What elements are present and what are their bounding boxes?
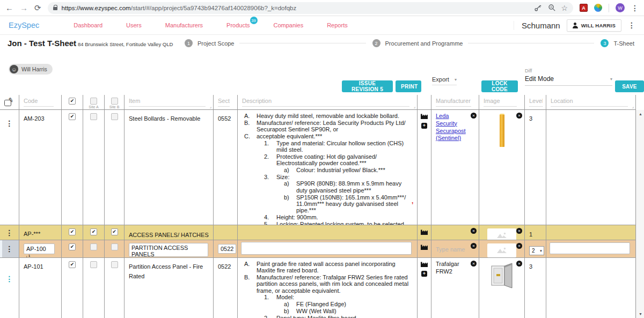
browser-menu-icon[interactable]: ⋮ bbox=[631, 4, 639, 12]
manufacturer-icon[interactable] bbox=[421, 113, 428, 119]
checkbox[interactable]: ✔ bbox=[69, 243, 76, 250]
issue-revision-button[interactable]: ISSUE REVISION 5 bbox=[342, 80, 393, 92]
brand-logo[interactable]: EzySpec bbox=[9, 21, 39, 29]
remove-icon[interactable]: ✕ bbox=[516, 228, 522, 234]
address-bar[interactable]: https://www.ezyspec.com/start/#/app/proj… bbox=[48, 2, 573, 14]
table-header-row: ✎ Code ✔ Site A Site B Item⌟ Section Des… bbox=[0, 95, 636, 110]
select-all-checkbox[interactable]: ✔ bbox=[69, 98, 76, 105]
scroll-down-icon[interactable]: ▼ bbox=[636, 312, 644, 316]
edit-columns-icon[interactable]: ✎ bbox=[4, 98, 13, 106]
header-section: Section bbox=[214, 95, 238, 110]
row-section: 0552 bbox=[218, 115, 231, 122]
row-item: ACCESS PANELS/ HATCHES bbox=[129, 232, 209, 238]
header-site-a: Site A bbox=[83, 95, 105, 110]
checkbox[interactable]: ✔ bbox=[90, 228, 97, 235]
checkbox[interactable] bbox=[111, 243, 118, 250]
url-text[interactable]: https://www.ezyspec.com/start/#/app/proj… bbox=[62, 5, 529, 11]
nav-item-manufacturers[interactable]: Manufacturers bbox=[153, 19, 215, 32]
checkbox[interactable] bbox=[90, 113, 97, 120]
row-menu-icon[interactable]: ⋮ bbox=[6, 120, 13, 127]
nav-item-dashboard[interactable]: Dashboard bbox=[62, 19, 114, 32]
product-image bbox=[500, 114, 504, 147]
save-button[interactable]: SAVE bbox=[615, 80, 644, 92]
row-level: 3 bbox=[529, 263, 532, 270]
description-input[interactable] bbox=[241, 242, 412, 255]
site-b-checkbox[interactable] bbox=[111, 98, 118, 105]
table-body: ⋮AM-203✔Steel Bollards - Removable0552A.… bbox=[0, 110, 636, 318]
checkbox[interactable]: ✔ bbox=[111, 228, 118, 235]
table-row: ⋮AP-***✔✔✔ACCESS PANELS/ HATCHES✕✕1 bbox=[0, 225, 636, 240]
checkbox[interactable] bbox=[90, 243, 97, 250]
bookmark-star-icon[interactable]: ☆ bbox=[561, 4, 568, 12]
checkbox[interactable] bbox=[111, 113, 118, 120]
nav-item-reports[interactable]: Reports bbox=[315, 19, 360, 32]
zoom-out-icon[interactable] bbox=[547, 3, 557, 13]
user-menu-button[interactable]: WILL HARRIS bbox=[567, 19, 621, 32]
header-select-all: ✔ bbox=[62, 95, 83, 110]
drive-extension-icon[interactable] bbox=[594, 4, 602, 12]
step-circle-2[interactable]: 2 bbox=[372, 39, 380, 47]
item-input[interactable] bbox=[129, 243, 208, 257]
manufacturer-icon[interactable] bbox=[421, 261, 428, 267]
section-input[interactable] bbox=[218, 244, 236, 254]
project-address: 84 Brunswick Street, Fortitude Valley QL… bbox=[78, 41, 173, 47]
row-level: 3 bbox=[529, 115, 532, 122]
location-input[interactable] bbox=[550, 242, 630, 254]
row-menu-icon[interactable]: ⋮ bbox=[6, 245, 13, 253]
manufacturer-input[interactable]: Type name bbox=[436, 243, 470, 253]
add-icon[interactable]: + bbox=[421, 271, 427, 277]
resize-handle-icon[interactable]: ⌟ bbox=[632, 105, 634, 109]
site-a-checkbox[interactable] bbox=[90, 98, 97, 105]
remove-icon[interactable]: ✕ bbox=[471, 228, 477, 234]
row-code: AM-203 bbox=[24, 115, 45, 122]
lock-code-button[interactable]: LOCK CODE bbox=[481, 80, 518, 92]
remove-icon[interactable]: ✕ bbox=[516, 243, 522, 249]
remove-icon[interactable]: ✕ bbox=[471, 243, 477, 249]
nav-item-companies[interactable]: Companies bbox=[262, 19, 316, 32]
vertical-scrollbar[interactable]: ▲ ▼ bbox=[636, 110, 644, 318]
code-input[interactable] bbox=[24, 243, 55, 254]
manufacturer-icon[interactable] bbox=[421, 244, 428, 250]
remove-icon[interactable]: ✕ bbox=[471, 113, 477, 119]
resize-handle-icon[interactable]: ⌟ bbox=[210, 105, 211, 109]
checkbox[interactable]: ✔ bbox=[69, 113, 76, 120]
level-select[interactable]: 2▼ bbox=[529, 246, 544, 255]
step-circle-1[interactable]: 1 bbox=[185, 39, 193, 47]
scroll-up-icon[interactable]: ▲ bbox=[636, 112, 644, 116]
browser-profile-avatar[interactable]: W bbox=[616, 3, 625, 12]
sort-icon[interactable]: ↓19 bbox=[25, 254, 30, 258]
nav-item-users[interactable]: Users bbox=[114, 19, 153, 32]
products-badge: 39 bbox=[250, 17, 258, 24]
table-row: ⋮AM-203✔Steel Bollards - Removable0552A.… bbox=[0, 110, 636, 225]
step-circle-3[interactable]: 3 bbox=[601, 39, 609, 47]
password-key-icon[interactable] bbox=[533, 3, 543, 13]
edit-mode-dropdown[interactable]: Edit Mode▾ bbox=[525, 75, 612, 86]
row-code: AP-*** bbox=[24, 231, 40, 237]
row-menu-icon[interactable]: ⋮ bbox=[6, 229, 13, 236]
manufacturer-link[interactable]: Leda Security Securapost (Sentinel) bbox=[436, 113, 469, 142]
export-dropdown[interactable]: Export▾ bbox=[432, 76, 457, 85]
add-icon[interactable]: + bbox=[421, 123, 427, 129]
checkbox[interactable] bbox=[90, 261, 97, 268]
table-row: ⋮AP-101✔Partition Access Panel - Fire Ra… bbox=[0, 258, 636, 318]
nav-item-products[interactable]: Products39 bbox=[215, 19, 261, 32]
chevron-down-icon: ▼ bbox=[539, 249, 543, 253]
refresh-icon[interactable]: ⟳ bbox=[34, 4, 41, 12]
presence-chip: ☺ Will Harris bbox=[9, 64, 53, 75]
resize-handle-icon[interactable]: ⌟ bbox=[414, 105, 415, 109]
header-icons-cell bbox=[418, 95, 431, 110]
print-button[interactable]: PRINT bbox=[396, 80, 421, 92]
checkbox[interactable]: ✔ bbox=[69, 261, 76, 268]
manufacturer-icon[interactable] bbox=[421, 229, 428, 235]
forward-icon[interactable]: → bbox=[20, 4, 28, 12]
nav-menu-icon[interactable]: ⋮ bbox=[627, 21, 635, 29]
page-title: Jon - Test T-Sheet84 Brunswick Street, F… bbox=[8, 39, 173, 48]
checkbox[interactable] bbox=[111, 261, 118, 268]
row-menu-icon[interactable]: ⋮ bbox=[6, 275, 13, 283]
pdf-extension-icon[interactable]: A bbox=[580, 4, 588, 12]
checkbox[interactable]: ✔ bbox=[69, 228, 76, 235]
back-icon[interactable]: ← bbox=[5, 4, 13, 12]
remove-icon[interactable]: ✕ bbox=[471, 261, 477, 267]
remove-icon[interactable]: ✕ bbox=[516, 261, 522, 267]
remove-icon[interactable]: ✕ bbox=[516, 113, 522, 119]
